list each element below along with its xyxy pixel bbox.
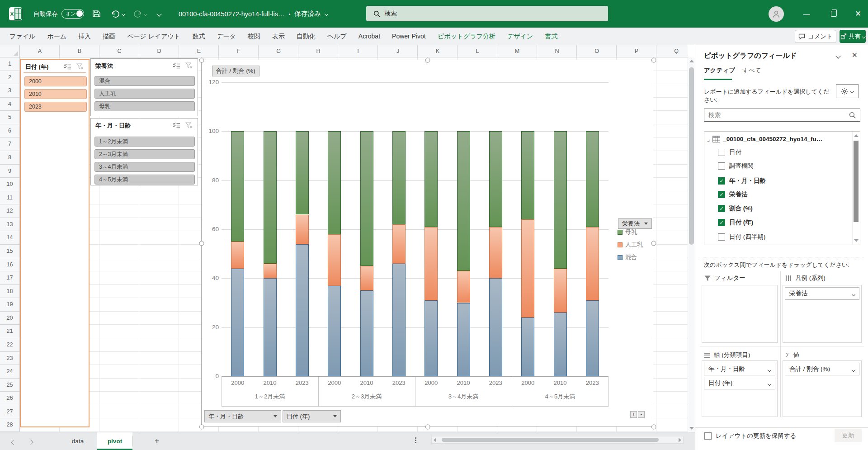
search-box[interactable]: 検索 bbox=[366, 6, 608, 21]
autosave-toggle[interactable]: オン bbox=[61, 0, 84, 28]
chart-selection-handle-3[interactable] bbox=[199, 241, 204, 246]
ribbon-tab-9[interactable]: 自動化 bbox=[291, 28, 321, 45]
legend-item-混合[interactable]: 混合 bbox=[618, 253, 637, 261]
row-header-11[interactable]: 11 bbox=[0, 191, 19, 205]
field-checkbox-調査機関[interactable] bbox=[718, 162, 725, 170]
multiselect-icon[interactable] bbox=[171, 62, 181, 70]
field-scroll-thumb[interactable] bbox=[854, 141, 859, 222]
field-checkbox-日付 (月)[interactable] bbox=[718, 245, 725, 245]
legend-item-母乳[interactable]: 母乳 bbox=[618, 228, 637, 236]
ribbon-tab-3[interactable]: 描画 bbox=[97, 28, 121, 45]
row-header-27[interactable]: 27 bbox=[0, 405, 19, 419]
select-all-corner[interactable] bbox=[0, 45, 20, 57]
row-headers[interactable]: 1234567891011121314151617181920212223242… bbox=[0, 57, 20, 432]
ribbon-tab-15[interactable]: 書式 bbox=[539, 28, 563, 45]
column-header-F[interactable]: F bbox=[219, 45, 259, 57]
row-header-28[interactable]: 28 bbox=[0, 418, 19, 432]
chart-axis-field-button-1[interactable]: 年・月・日齢 bbox=[204, 410, 281, 422]
slicer-item-混合[interactable]: 混合 bbox=[94, 76, 195, 86]
scroll-up-icon[interactable] bbox=[689, 60, 694, 62]
slicer-item-2000[interactable]: 2000 bbox=[24, 76, 87, 86]
slicer-item-2010[interactable]: 2010 bbox=[24, 89, 87, 99]
pane-close-button[interactable]: ✕ bbox=[852, 51, 858, 59]
field-checkbox-日付 (年)[interactable]: ✓ bbox=[718, 219, 725, 226]
chart-selection-handle-7[interactable] bbox=[651, 425, 656, 430]
field-scroll-down-icon[interactable] bbox=[854, 239, 859, 242]
column-header-K[interactable]: K bbox=[418, 45, 458, 57]
collapse-field-button[interactable]: - bbox=[638, 411, 645, 418]
row-header-17[interactable]: 17 bbox=[0, 271, 19, 285]
restore-button[interactable] bbox=[824, 0, 844, 28]
row-header-13[interactable]: 13 bbox=[0, 218, 19, 232]
legend-item-人工乳[interactable]: 人工乳 bbox=[618, 241, 643, 249]
vertical-scrollbar[interactable] bbox=[688, 57, 695, 432]
sheet-nav-prev[interactable] bbox=[12, 438, 15, 446]
field-scroll-up-icon[interactable] bbox=[854, 134, 859, 137]
ribbon-tab-1[interactable]: ホーム bbox=[41, 28, 72, 45]
column-header-D[interactable]: D bbox=[139, 45, 179, 57]
clear-filter-icon[interactable] bbox=[184, 121, 194, 129]
slicer-item-人工乳[interactable]: 人工乳 bbox=[94, 89, 195, 99]
chart-axis-field-button-2[interactable]: 日付 (年) bbox=[283, 410, 341, 422]
row-header-15[interactable]: 15 bbox=[0, 245, 19, 258]
column-header-J[interactable]: J bbox=[378, 45, 418, 57]
sheet-nav-next[interactable] bbox=[29, 438, 33, 446]
horizontal-scrollbar[interactable] bbox=[431, 436, 684, 444]
field-list-scrollbar[interactable] bbox=[852, 132, 860, 245]
row-header-21[interactable]: 21 bbox=[0, 325, 19, 338]
ribbon-tab-5[interactable]: 数式 bbox=[186, 28, 211, 45]
chart-value-field-button[interactable]: 合計 / 割合 (%) bbox=[212, 66, 259, 76]
scroll-left-icon[interactable] bbox=[434, 438, 436, 442]
save-button[interactable] bbox=[92, 0, 101, 28]
well-item-年・月・日齢[interactable]: 年・月・日齢 bbox=[704, 363, 775, 375]
chart-selection-handle-1[interactable] bbox=[425, 58, 430, 63]
column-header-G[interactable]: G bbox=[259, 45, 298, 57]
sheet-tab-data[interactable]: data bbox=[59, 432, 97, 450]
field-row-日付 (四半期)[interactable]: 日付 (四半期) bbox=[718, 232, 765, 242]
multiselect-icon[interactable] bbox=[62, 62, 72, 71]
field-checkbox-日付[interactable] bbox=[718, 149, 725, 156]
column-header-P[interactable]: P bbox=[617, 45, 656, 57]
column-headers[interactable]: ABCDEFGHIJKLMNOPQ bbox=[20, 45, 688, 57]
ribbon-tab-8[interactable]: 表示 bbox=[266, 28, 291, 45]
row-header-14[interactable]: 14 bbox=[0, 231, 19, 245]
chart-selection-handle-2[interactable] bbox=[651, 58, 656, 63]
field-row-日付[interactable]: 日付 bbox=[718, 147, 741, 157]
row-header-19[interactable]: 19 bbox=[0, 298, 19, 312]
pane-tab-all[interactable]: すべて bbox=[742, 66, 761, 75]
sheet-tab-pivot[interactable]: pivot bbox=[97, 432, 132, 450]
close-button[interactable]: ✕ bbox=[848, 0, 868, 28]
well-item-栄養法[interactable]: 栄養法 bbox=[785, 287, 859, 300]
ribbon-tab-7[interactable]: 校閲 bbox=[242, 28, 266, 45]
ribbon-tab-13[interactable]: ピボットグラフ分析 bbox=[432, 28, 501, 45]
well-item-日付 (年)[interactable]: 日付 (年) bbox=[704, 377, 775, 389]
ribbon-tab-14[interactable]: デザイン bbox=[501, 28, 539, 45]
row-header-4[interactable]: 4 bbox=[0, 98, 19, 111]
slicer-item-母乳[interactable]: 母乳 bbox=[94, 101, 195, 111]
ribbon-tab-11[interactable]: Acrobat bbox=[353, 28, 386, 45]
expand-field-button[interactable]: + bbox=[630, 411, 637, 418]
ribbon-tab-6[interactable]: データ bbox=[211, 28, 242, 45]
axis-well[interactable]: 年・月・日齢日付 (年) bbox=[702, 360, 778, 417]
legend-well[interactable]: 栄養法 bbox=[783, 285, 862, 343]
chart-legend-field-button[interactable]: 栄養法 bbox=[618, 218, 652, 229]
column-header-A[interactable]: A bbox=[20, 45, 60, 57]
row-header-25[interactable]: 25 bbox=[0, 379, 19, 392]
row-header-2[interactable]: 2 bbox=[0, 71, 19, 85]
row-header-16[interactable]: 16 bbox=[0, 258, 19, 272]
row-header-23[interactable]: 23 bbox=[0, 352, 19, 365]
redo-button[interactable] bbox=[133, 0, 147, 28]
ribbon-tab-0[interactable]: ファイル bbox=[4, 28, 41, 45]
slicer-item-3～4月未満[interactable]: 3～4月未満 bbox=[94, 162, 195, 172]
well-item-合計 / 割合 (%)[interactable]: 合計 / 割合 (%) bbox=[785, 363, 859, 375]
filters-well[interactable] bbox=[702, 285, 778, 343]
clear-filter-icon[interactable] bbox=[75, 62, 85, 71]
ribbon-tab-4[interactable]: ページ レイアウト bbox=[121, 28, 186, 45]
values-well[interactable]: 合計 / 割合 (%) bbox=[783, 360, 862, 417]
row-header-6[interactable]: 6 bbox=[0, 124, 19, 138]
pane-collapse-button[interactable] bbox=[836, 52, 840, 59]
defer-layout-checkbox[interactable] bbox=[704, 432, 712, 440]
row-header-1[interactable]: 1 bbox=[0, 57, 19, 71]
add-sheet-button[interactable]: + bbox=[151, 432, 162, 450]
column-header-E[interactable]: E bbox=[179, 45, 219, 57]
